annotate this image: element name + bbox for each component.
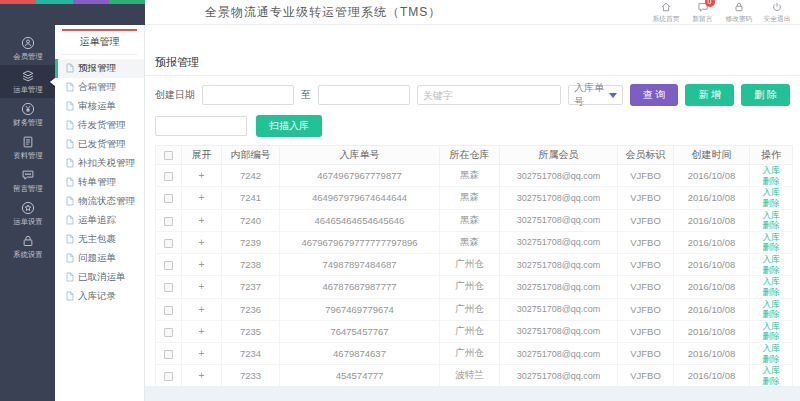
delete-link[interactable]: 删除: [750, 309, 792, 320]
sidebar-item-waybills[interactable]: 运单管理: [0, 65, 55, 98]
scan-inbound-button[interactable]: 扫描入库: [256, 115, 322, 137]
sidebar-item-finance[interactable]: 财务管理: [0, 98, 55, 131]
sidebar-item-data[interactable]: 资料管理: [0, 131, 55, 164]
row-actions-cell: 入库删除: [750, 365, 793, 386]
cell-member: 302751708@qq.com: [500, 320, 618, 342]
row-checkbox[interactable]: [164, 217, 173, 226]
cell-member: 302751708@qq.com: [500, 165, 618, 187]
row-expand-cell: +: [182, 209, 222, 231]
submenu-item-inbound-records[interactable]: 入库记录: [55, 287, 144, 306]
cell-member-tag: VJFBO: [618, 298, 674, 320]
table-row: +723576475457767广州仓302751708@qq.comVJFBO…: [156, 320, 793, 342]
header-action-logout[interactable]: 安全退出: [762, 1, 792, 24]
row-checkbox[interactable]: [164, 328, 173, 337]
table-row: +72344679874637广州仓302751708@qq.comVJFBO2…: [156, 343, 793, 365]
row-checkbox-cell: [156, 343, 182, 365]
row-checkbox[interactable]: [164, 372, 173, 381]
expand-toggle[interactable]: +: [199, 281, 205, 292]
header-cell: 创建时间: [674, 146, 750, 165]
search-type-select[interactable]: 入库单号: [568, 85, 623, 105]
keyword-input[interactable]: [417, 85, 561, 105]
page-icon: [66, 82, 74, 94]
row-actions-cell: 入库删除: [750, 320, 793, 342]
row-checkbox[interactable]: [164, 172, 173, 181]
inbound-link[interactable]: 入库: [750, 299, 792, 310]
inbound-link[interactable]: 入库: [750, 165, 792, 176]
expand-toggle[interactable]: +: [199, 215, 205, 226]
submenu-item-audit[interactable]: 审核运单: [55, 97, 144, 116]
delete-button[interactable]: 删 除: [741, 84, 790, 106]
delete-link[interactable]: 删除: [750, 176, 792, 187]
submenu-item-combine[interactable]: 合箱管理: [55, 78, 144, 97]
submenu-item-cancelled[interactable]: 已取消运单: [55, 268, 144, 287]
inbound-link[interactable]: 入库: [750, 365, 792, 376]
select-all-checkbox[interactable]: [164, 151, 173, 160]
sidebar-item-system-settings[interactable]: 系统设置: [0, 230, 55, 263]
row-checkbox[interactable]: [164, 306, 173, 315]
main-content: 预报管理 创建日期 至 入库单号 查 询 新 增 删 除 扫描入库: [145, 25, 800, 401]
row-checkbox[interactable]: [164, 194, 173, 203]
inbound-link[interactable]: 入库: [750, 254, 792, 265]
tab-waybill-management[interactable]: 运单管理: [62, 29, 137, 55]
submenu-item-to-ship[interactable]: 待发货管理: [55, 116, 144, 135]
submenu-item-forecast[interactable]: 预报管理: [55, 59, 144, 78]
date-from-input[interactable]: [202, 85, 294, 105]
app-title: 全景物流通专业级转运管理系统（TMS）: [205, 4, 441, 21]
submenu-item-label: 审核运单: [78, 100, 116, 113]
header-action-messages[interactable]: 0新留言: [689, 1, 716, 24]
expand-toggle[interactable]: +: [199, 370, 205, 381]
inbound-link[interactable]: 入库: [750, 321, 792, 332]
cell-internal-no: 7236: [222, 298, 280, 320]
expand-toggle[interactable]: +: [199, 170, 205, 181]
submenu-item-tracking[interactable]: 运单追踪: [55, 211, 144, 230]
cell-member-tag: VJFBO: [618, 254, 674, 276]
add-button[interactable]: 新 增: [685, 84, 734, 106]
expand-toggle[interactable]: +: [199, 237, 205, 248]
delete-link[interactable]: 删除: [750, 220, 792, 231]
expand-toggle[interactable]: +: [199, 326, 205, 337]
inbound-link[interactable]: 入库: [750, 232, 792, 243]
brand-stripe-purple: [73, 0, 109, 4]
header-action-home[interactable]: 系统首页: [651, 1, 681, 24]
submenu-item-shipped[interactable]: 已发货管理: [55, 135, 144, 154]
inbound-link[interactable]: 入库: [750, 187, 792, 198]
expand-toggle[interactable]: +: [199, 192, 205, 203]
inbound-link[interactable]: 入库: [750, 276, 792, 287]
delete-link[interactable]: 删除: [750, 376, 792, 386]
header-action-label: 系统首页: [653, 14, 680, 23]
app-window: 全景物流通专业级转运管理系统（TMS） 系统首页0新留言修改密码安全退出 会员管…: [0, 0, 800, 401]
submenu-item-logistics-state[interactable]: 物流状态管理: [55, 192, 144, 211]
sidebar-item-waybill-settings[interactable]: 运单设置: [0, 197, 55, 230]
row-checkbox[interactable]: [164, 350, 173, 359]
date-to-input[interactable]: [318, 85, 410, 105]
cell-inbound-no: 74987897484687: [280, 254, 440, 276]
submenu-item-transfer[interactable]: 转单管理: [55, 173, 144, 192]
delete-link[interactable]: 删除: [750, 198, 792, 209]
expand-toggle[interactable]: +: [199, 348, 205, 359]
header-action-password[interactable]: 修改密码: [724, 1, 754, 24]
submenu-item-tariff[interactable]: 补扣关税管理: [55, 154, 144, 173]
search-button[interactable]: 查 询: [630, 84, 679, 106]
sidebar-item-members[interactable]: 会员管理: [0, 32, 55, 65]
sidebar-item-label: 运单设置: [13, 216, 42, 226]
row-checkbox[interactable]: [164, 283, 173, 292]
lock-icon: [733, 1, 745, 13]
submenu-item-problem[interactable]: 问题运单: [55, 249, 144, 268]
expand-toggle[interactable]: +: [199, 304, 205, 315]
panel-title: 预报管理: [145, 49, 800, 76]
submenu-item-unclaimed[interactable]: 无主包裹: [55, 230, 144, 249]
delete-link[interactable]: 删除: [750, 354, 792, 365]
expand-toggle[interactable]: +: [199, 259, 205, 270]
delete-link[interactable]: 删除: [750, 265, 792, 276]
inbound-link[interactable]: 入库: [750, 210, 792, 221]
header-cell: 操作: [750, 146, 793, 165]
delete-link[interactable]: 删除: [750, 331, 792, 342]
row-checkbox[interactable]: [164, 261, 173, 270]
row-checkbox[interactable]: [164, 239, 173, 248]
main-row: 会员管理运单管理财务管理资料管理留言管理运单设置系统设置 运单管理 预报管理合箱…: [0, 25, 800, 401]
delete-link[interactable]: 删除: [750, 287, 792, 298]
delete-link[interactable]: 删除: [750, 242, 792, 253]
sidebar-item-messages[interactable]: 留言管理: [0, 164, 55, 197]
scan-input[interactable]: [155, 116, 247, 136]
inbound-link[interactable]: 入库: [750, 343, 792, 354]
